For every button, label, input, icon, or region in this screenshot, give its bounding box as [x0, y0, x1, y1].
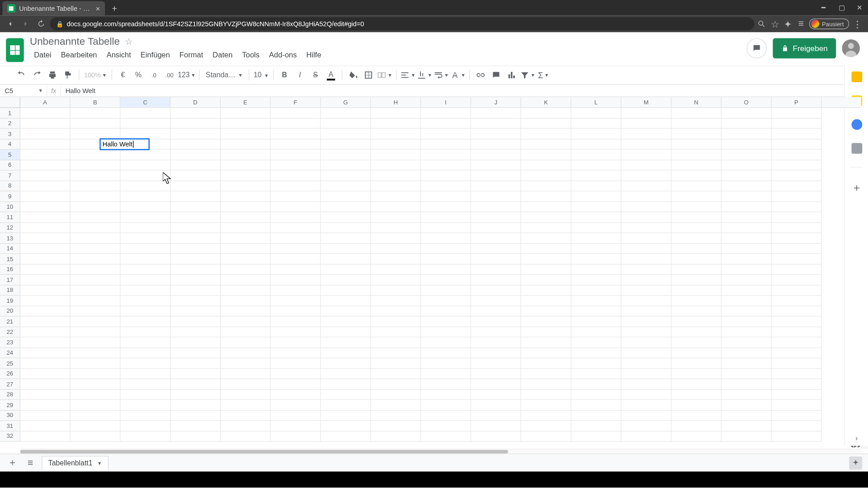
cell[interactable]	[521, 358, 571, 369]
italic-button[interactable]: I	[293, 68, 307, 82]
cell[interactable]	[671, 358, 722, 369]
cell[interactable]	[521, 275, 571, 285]
cell[interactable]	[671, 369, 722, 379]
cell[interactable]	[71, 400, 121, 410]
cell[interactable]	[671, 421, 722, 431]
cell[interactable]	[772, 223, 822, 233]
cell[interactable]	[20, 254, 71, 264]
cell[interactable]	[170, 223, 221, 233]
cell[interactable]	[20, 316, 71, 327]
cell[interactable]	[772, 170, 822, 181]
account-avatar[interactable]	[842, 39, 860, 57]
cell[interactable]	[772, 316, 822, 327]
cell[interactable]	[120, 118, 170, 129]
cell[interactable]	[521, 244, 571, 254]
insert-comment-button[interactable]	[489, 68, 503, 82]
cell[interactable]	[571, 254, 622, 264]
cell[interactable]	[671, 233, 722, 244]
cell[interactable]	[521, 410, 571, 421]
cell[interactable]	[571, 108, 622, 118]
cell[interactable]	[421, 275, 471, 285]
cell[interactable]	[321, 306, 371, 316]
cell[interactable]	[170, 285, 221, 296]
cell[interactable]	[120, 348, 170, 358]
cell[interactable]	[20, 275, 71, 285]
cell[interactable]	[170, 233, 221, 244]
cell[interactable]	[120, 129, 170, 139]
cell[interactable]	[471, 212, 521, 223]
cell[interactable]	[221, 348, 271, 358]
cell[interactable]	[71, 316, 121, 327]
cell[interactable]	[120, 358, 170, 369]
column-header[interactable]: J	[471, 97, 521, 107]
column-header[interactable]: C	[120, 97, 170, 107]
cell[interactable]	[371, 129, 421, 139]
cell[interactable]	[20, 410, 71, 421]
cell[interactable]	[321, 264, 371, 275]
cell[interactable]	[71, 421, 121, 431]
cell[interactable]	[371, 306, 421, 316]
cell[interactable]	[321, 191, 371, 202]
cell[interactable]	[271, 296, 321, 306]
cell[interactable]	[271, 306, 321, 316]
cell[interactable]	[621, 202, 671, 212]
cell[interactable]	[521, 191, 571, 202]
cell[interactable]	[221, 338, 271, 348]
cell[interactable]	[621, 316, 671, 327]
cell[interactable]	[170, 129, 221, 139]
cell[interactable]	[71, 306, 121, 316]
cell[interactable]	[471, 369, 521, 379]
cell[interactable]	[772, 254, 822, 264]
cell[interactable]	[71, 327, 121, 337]
cell[interactable]	[722, 358, 772, 369]
cell[interactable]	[471, 275, 521, 285]
cell[interactable]	[521, 254, 571, 264]
cell[interactable]	[170, 275, 221, 285]
profile-paused-badge[interactable]: Pausiert	[809, 19, 849, 29]
cell[interactable]	[621, 223, 671, 233]
cell[interactable]	[671, 316, 722, 327]
cell[interactable]	[621, 244, 671, 254]
cell[interactable]	[170, 338, 221, 348]
cell[interactable]	[120, 296, 170, 306]
cell[interactable]	[71, 233, 121, 244]
cell[interactable]	[170, 244, 221, 254]
cell[interactable]	[722, 348, 772, 358]
cell[interactable]	[671, 296, 722, 306]
cell[interactable]	[170, 108, 221, 118]
cell[interactable]	[321, 410, 371, 421]
cell[interactable]	[772, 160, 822, 170]
horizontal-scrollbar[interactable]	[20, 449, 861, 454]
cell[interactable]	[772, 181, 822, 191]
cell[interactable]	[71, 160, 121, 170]
cell[interactable]	[371, 212, 421, 223]
cell[interactable]	[71, 191, 121, 202]
cell[interactable]	[421, 160, 471, 170]
text-wrap-button[interactable]: ▼	[434, 68, 449, 82]
cell[interactable]	[521, 202, 571, 212]
url-input[interactable]: 🔒 docs.google.com/spreadsheets/d/1SF42SZ…	[50, 17, 755, 30]
cell[interactable]	[671, 212, 722, 223]
cell[interactable]	[120, 421, 170, 431]
explore-button[interactable]	[849, 456, 862, 469]
column-header[interactable]: I	[421, 97, 471, 107]
cell[interactable]	[571, 223, 622, 233]
share-button[interactable]: Freigeben	[773, 38, 836, 58]
cell[interactable]	[521, 129, 571, 139]
row-header[interactable]: 29	[0, 400, 20, 410]
cell[interactable]	[271, 150, 321, 160]
cell[interactable]	[471, 160, 521, 170]
cell[interactable]	[321, 118, 371, 129]
cell[interactable]	[321, 369, 371, 379]
cell[interactable]	[371, 358, 421, 369]
cell[interactable]	[371, 348, 421, 358]
cell[interactable]	[621, 264, 671, 275]
cell[interactable]	[20, 160, 71, 170]
cell[interactable]	[371, 400, 421, 410]
cell[interactable]	[271, 118, 321, 129]
cell[interactable]	[621, 181, 671, 191]
cell[interactable]	[621, 150, 671, 160]
cell[interactable]	[621, 369, 671, 379]
cell[interactable]	[621, 358, 671, 369]
cell[interactable]	[521, 118, 571, 129]
